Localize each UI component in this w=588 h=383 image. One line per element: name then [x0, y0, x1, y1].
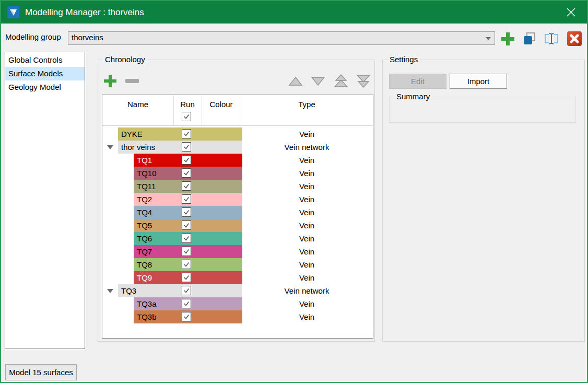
table-row[interactable]: DYKEVein	[102, 127, 373, 141]
close-icon	[567, 8, 575, 17]
row-type: Vein	[241, 167, 373, 180]
rename-icon	[543, 31, 560, 46]
column-header-type[interactable]: Type	[241, 100, 373, 109]
row-type: Vein	[241, 193, 373, 206]
row-type: Vein	[241, 297, 373, 310]
plus-icon	[103, 74, 117, 88]
modelling-manager-window: Modelling Manager : thorveins Modelling …	[0, 0, 588, 383]
window-close-button[interactable]	[559, 1, 583, 24]
modelling-group-value: thorveins	[72, 33, 103, 42]
table-row[interactable]: TQ6Vein	[102, 232, 373, 245]
run-checkbox[interactable]	[182, 234, 191, 243]
row-type: Vein	[241, 127, 373, 141]
table-row[interactable]: TQ1Vein	[102, 154, 373, 167]
row-name: thor veins	[118, 141, 242, 154]
add-group-button[interactable]	[499, 30, 516, 47]
table-row[interactable]: TQ3aVein	[102, 297, 373, 310]
summary-title: Summary	[394, 92, 432, 101]
row-type: Vein	[241, 154, 373, 167]
chronology-title: Chronology	[102, 55, 148, 64]
run-checkbox[interactable]	[182, 220, 191, 230]
remove-surface-button[interactable]	[124, 73, 140, 89]
row-type: Vein	[241, 219, 373, 232]
duplicate-group-button[interactable]	[522, 31, 537, 47]
colour-swatch-band[interactable]: DYKE	[118, 127, 242, 141]
colour-swatch-band[interactable]: thor veins	[118, 141, 242, 154]
table-row[interactable]: TQ11Vein	[102, 180, 373, 193]
row-type: Vein	[241, 271, 373, 284]
table-row[interactable]: TQ9Vein	[102, 271, 373, 284]
titlebar: Modelling Manager : thorveins	[1, 1, 587, 24]
move-up-icon	[288, 75, 303, 87]
run-checkbox[interactable]	[182, 194, 191, 204]
sidebar-item-geology-model[interactable]: Geology Model	[5, 80, 85, 94]
run-checkbox[interactable]	[182, 129, 191, 138]
run-checkbox[interactable]	[182, 286, 191, 295]
table-row[interactable]: TQ5Vein	[102, 219, 373, 232]
table-header: Name Run Colour Type	[102, 95, 373, 126]
table-row[interactable]: TQ3Vein network	[102, 284, 373, 297]
run-checkbox[interactable]	[182, 260, 191, 269]
run-checkbox[interactable]	[182, 168, 191, 178]
row-type: Vein network	[241, 141, 373, 154]
app-logo-icon	[7, 6, 19, 18]
table-row[interactable]: TQ8Vein	[102, 258, 373, 271]
run-checkbox[interactable]	[182, 181, 191, 191]
table-row[interactable]: TQ4Vein	[102, 206, 373, 219]
column-header-name[interactable]: Name	[102, 100, 173, 109]
run-checkbox[interactable]	[182, 299, 191, 308]
minus-icon	[125, 79, 139, 83]
modelling-group-combobox[interactable]: thorveins	[68, 31, 495, 45]
run-checkbox[interactable]	[182, 207, 191, 217]
modelling-group-label: Modelling group	[5, 32, 61, 41]
chronology-groupbox: Chronology	[98, 60, 375, 342]
duplicate-icon	[522, 31, 537, 46]
table-row[interactable]: TQ2Vein	[102, 193, 373, 206]
run-all-checkbox[interactable]	[182, 112, 191, 121]
move-down-icon	[310, 75, 326, 87]
import-button[interactable]: Import	[450, 74, 507, 89]
row-type: Vein	[241, 310, 373, 323]
model-surfaces-button[interactable]: Model 15 surfaces	[5, 364, 77, 380]
run-checkbox[interactable]	[182, 247, 191, 256]
delete-group-button[interactable]	[566, 30, 583, 47]
delete-icon	[567, 31, 582, 47]
chronology-rows: DYKEVeinthor veinsVein networkTQ1VeinTQ1…	[102, 127, 373, 323]
row-name: DYKE	[118, 127, 242, 141]
table-row[interactable]: TQ10Vein	[102, 167, 373, 180]
sidebar-item-global-controls[interactable]: Global Controls	[5, 53, 85, 67]
run-checkbox[interactable]	[182, 142, 191, 152]
chevron-down-icon	[486, 37, 491, 40]
window-title: Modelling Manager : thorveins	[25, 1, 144, 24]
colour-swatch-band[interactable]: TQ3	[118, 284, 242, 297]
settings-title: Settings	[387, 55, 420, 64]
row-type: Vein	[241, 258, 373, 271]
move-to-top-button[interactable]	[332, 74, 350, 88]
rename-group-button[interactable]	[543, 31, 560, 47]
row-type: Vein	[241, 245, 373, 258]
move-down-button[interactable]	[310, 75, 326, 87]
summary-groupbox: Summary	[389, 97, 576, 123]
settings-groupbox: Settings Edit Import Summary	[382, 60, 585, 342]
table-row[interactable]: thor veinsVein network	[102, 141, 373, 154]
run-checkbox[interactable]	[182, 312, 191, 321]
column-header-run[interactable]: Run	[173, 100, 202, 109]
expander-triangle-icon[interactable]	[107, 145, 113, 149]
move-to-bottom-button[interactable]	[355, 74, 372, 88]
expander-triangle-icon[interactable]	[107, 289, 113, 293]
move-to-bottom-icon	[355, 74, 372, 88]
row-type: Vein	[241, 206, 373, 219]
table-row[interactable]: TQ7Vein	[102, 245, 373, 258]
run-checkbox[interactable]	[182, 273, 191, 282]
plus-icon	[500, 31, 515, 47]
edit-button[interactable]: Edit	[389, 74, 446, 89]
table-row[interactable]: TQ3bVein	[102, 310, 373, 323]
add-surface-button[interactable]	[102, 73, 118, 89]
sidebar-item-surface-models[interactable]: Surface Models	[5, 67, 85, 80]
chronology-table: Name Run Colour Type DYKEVeinthor veinsV…	[102, 95, 373, 339]
move-up-button[interactable]	[287, 75, 304, 87]
run-checkbox[interactable]	[182, 155, 191, 165]
column-header-colour[interactable]: Colour	[202, 100, 241, 109]
row-type: Vein	[241, 180, 373, 193]
row-type: Vein network	[241, 284, 373, 297]
